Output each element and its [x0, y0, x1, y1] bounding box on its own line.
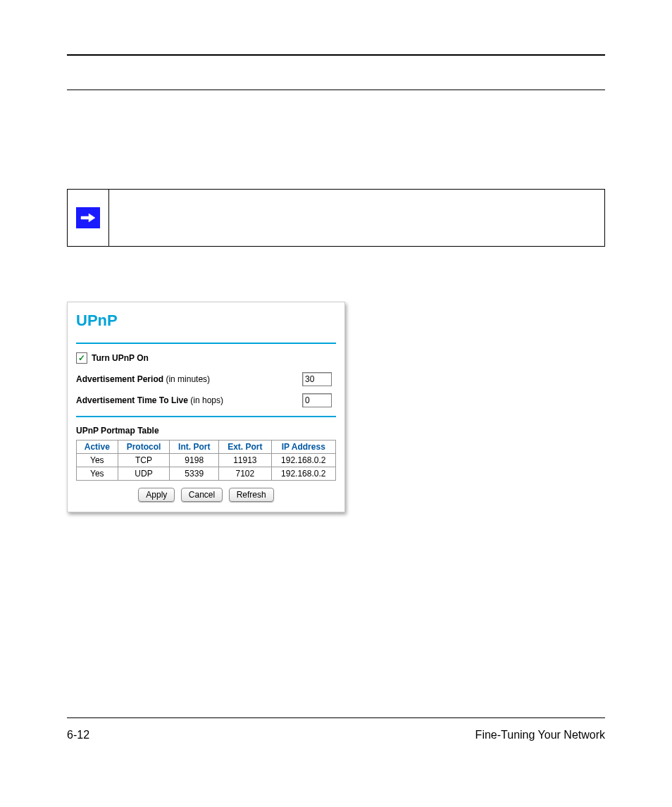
footer-section-title: Fine-Tuning Your Network — [475, 729, 605, 741]
turn-upnp-on-row[interactable]: ✓ Turn UPnP On — [76, 352, 336, 364]
adv-ttl-row: Advertisement Time To Live (in hops) — [76, 393, 336, 407]
step-2-item-bold: Turn UPnP On. — [85, 575, 154, 586]
note-body: If you use applications such as multipla… — [118, 197, 575, 235]
step-2-intro: 2. The available settings and informatio… — [67, 557, 605, 568]
footer-page-number: 6-12 — [67, 729, 89, 741]
upnp-panel: UPnP ✓ Turn UPnP On Advertisement Period… — [67, 302, 345, 512]
section-paragraph: Universal Plug and Play (UPnP) helps dev… — [67, 141, 605, 184]
col-protocol: Protocol — [118, 441, 170, 454]
table-header-row: Active Protocol Int. Port Ext. Port IP A… — [77, 441, 336, 454]
refresh-button[interactable]: Refresh — [229, 488, 274, 502]
step-2-item-rest: UPnP can be enabled or disabled for auto… — [85, 575, 595, 613]
section-title: Using Universal Plug and Play — [67, 106, 301, 127]
col-int-port: Int. Port — [170, 441, 219, 454]
note-label: Note: — [118, 197, 143, 209]
panel-title: UPnP — [76, 312, 336, 330]
table-row: Yes UDP 5339 7102 192.168.0.2 — [77, 467, 336, 481]
cell: 11913 — [219, 454, 272, 467]
turn-upnp-on-label: Turn UPnP On — [92, 353, 149, 363]
figure-caption: Figure 6-7 — [67, 531, 114, 542]
note-box: Note: If you use applications such as mu… — [67, 189, 605, 247]
header-caption: N150 Wireless Router WNR1000v3h2 User Ma… — [67, 37, 605, 47]
portmap-table: Active Protocol Int. Port Ext. Port IP A… — [76, 440, 336, 481]
cell: TCP — [118, 454, 170, 467]
cell: Yes — [77, 454, 118, 467]
step-1-text: To turn on Universal Plug and Play: — [67, 268, 221, 279]
col-active: Active — [77, 441, 118, 454]
cell: Yes — [77, 467, 118, 481]
cancel-button[interactable]: Cancel — [181, 488, 223, 502]
button-row: Apply Cancel Refresh — [76, 488, 336, 502]
col-ip-address: IP Address — [271, 441, 335, 454]
separator — [76, 416, 336, 417]
note-icon-cell — [68, 190, 109, 246]
cell: 7102 — [219, 467, 272, 481]
apply-button[interactable]: Apply — [138, 488, 175, 502]
adv-period-row: Advertisement Period (in minutes) — [76, 372, 336, 386]
step-2-item: Turn UPnP On. UPnP can be enabled or dis… — [85, 574, 605, 615]
table-row: Yes TCP 9198 11913 192.168.0.2 — [77, 454, 336, 467]
footer-rule — [67, 717, 605, 718]
adv-ttl-label: Advertisement Time To Live (in hops) — [76, 395, 223, 405]
checkbox-icon[interactable]: ✓ — [76, 352, 87, 364]
footer-version: v1.0, May 2010 — [67, 749, 605, 758]
adv-period-input[interactable] — [302, 372, 332, 386]
cell: 192.168.0.2 — [271, 467, 335, 481]
separator — [76, 343, 336, 344]
header-rule-thick — [67, 54, 605, 56]
arrow-right-icon — [76, 207, 100, 228]
note-text: Note: If you use applications such as mu… — [109, 190, 604, 246]
portmap-title: UPnP Portmap Table — [76, 426, 336, 436]
col-ext-port: Ext. Port — [219, 441, 272, 454]
header-rule-thin — [67, 90, 605, 90]
adv-period-label: Advertisement Period (in minutes) — [76, 374, 210, 384]
cell: 9198 — [170, 454, 219, 467]
cell: 5339 — [170, 467, 219, 481]
cell: UDP — [118, 467, 170, 481]
adv-ttl-input[interactable] — [302, 393, 332, 407]
cell: 192.168.0.2 — [271, 454, 335, 467]
